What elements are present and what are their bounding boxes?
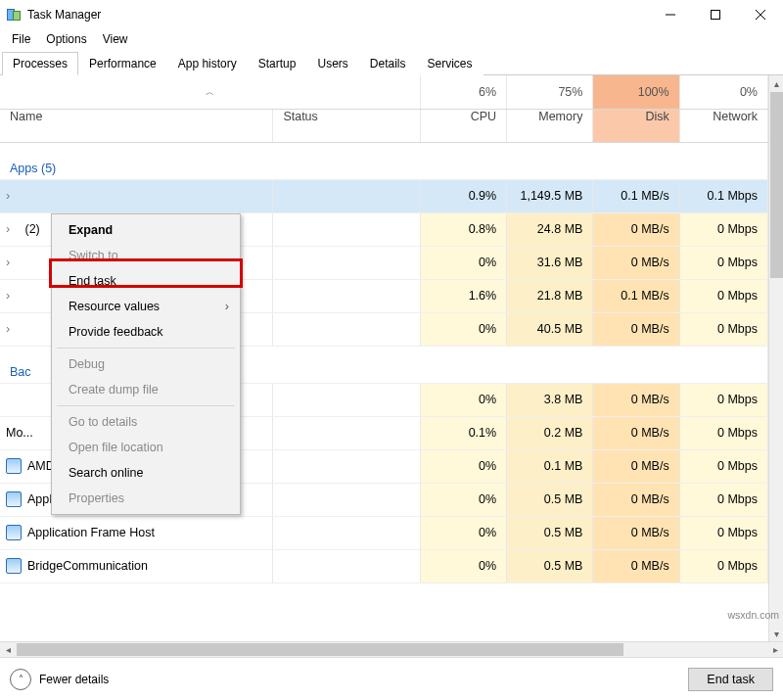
cell-cpu: 0.9% [420, 179, 506, 212]
window-controls [648, 0, 783, 29]
column-name[interactable]: Name [0, 109, 273, 142]
app-icon [6, 491, 22, 507]
chevron-right-icon: › [6, 256, 18, 269]
app-icon [6, 525, 22, 540]
ctx-resource-values[interactable]: Resource values [55, 294, 237, 319]
chevron-right-icon: › [6, 222, 18, 236]
minimize-button[interactable] [648, 0, 693, 29]
footer-bar: ˄ Fewer details End task [0, 657, 783, 700]
fewer-details-link[interactable]: Fewer details [39, 673, 109, 686]
vertical-scrollbar[interactable]: ▴ ▾ [768, 75, 783, 641]
cell-net: 0.1 Mbps [679, 179, 767, 212]
process-name: (2) [22, 222, 40, 236]
tab-users[interactable]: Users [306, 52, 358, 75]
end-task-button[interactable]: End task [688, 668, 773, 691]
process-name: BridgeCommunication [27, 559, 148, 573]
horizontal-scrollbar[interactable]: ◂ ▸ [0, 641, 783, 657]
menu-file[interactable]: File [4, 30, 38, 48]
column-status[interactable]: Status [273, 109, 420, 142]
task-manager-icon [6, 7, 22, 23]
tab-startup[interactable]: Startup [248, 52, 307, 75]
menu-separator [57, 348, 235, 349]
chevron-up-icon[interactable]: ˄ [10, 669, 31, 690]
column-net-pct[interactable]: 0% [679, 75, 767, 109]
ctx-go-details: Go to details [55, 409, 237, 435]
menu-bar: File Options View [0, 29, 783, 49]
tab-performance[interactable]: Performance [78, 52, 167, 75]
process-name: Application Frame Host [27, 526, 155, 539]
ctx-properties: Properties [55, 486, 237, 511]
ctx-open-location: Open file location [55, 435, 237, 460]
column-mem-pct[interactable]: 75% [507, 75, 593, 109]
group-apps[interactable]: Apps (5) [0, 142, 768, 179]
table-row[interactable]: Application Frame Host 0% 0.5 MB 0 MB/s … [0, 516, 768, 549]
ctx-switch-to: Switch to [55, 243, 237, 268]
context-menu: Expand Switch to End task Resource value… [51, 213, 241, 515]
menu-options[interactable]: Options [38, 30, 94, 48]
maximize-button[interactable] [693, 0, 738, 29]
process-name: Mo... [6, 426, 33, 440]
column-cpu-pct[interactable]: 6% [420, 75, 506, 109]
ctx-debug: Debug [55, 351, 237, 377]
chevron-right-icon: › [6, 322, 18, 336]
ctx-create-dump: Create dump file [55, 377, 237, 402]
app-icon [6, 458, 22, 474]
ctx-provide-feedback[interactable]: Provide feedback [55, 319, 237, 345]
menu-view[interactable]: View [95, 30, 136, 48]
svg-rect-1 [712, 11, 720, 20]
tab-details[interactable]: Details [359, 52, 417, 75]
title-bar: Task Manager [0, 0, 783, 29]
scroll-up-icon[interactable]: ▴ [769, 75, 783, 91]
chevron-right-icon: › [6, 189, 18, 203]
column-cpu[interactable]: CPU [420, 109, 506, 142]
close-button[interactable] [738, 0, 783, 29]
app-icon [6, 558, 22, 574]
table-row[interactable]: BridgeCommunication 0% 0.5 MB 0 MB/s 0 M… [0, 549, 768, 583]
column-disk[interactable]: Disk [593, 109, 679, 142]
tab-strip: Processes Performance App history Startu… [0, 51, 783, 75]
column-mem[interactable]: Memory [507, 109, 593, 142]
ctx-expand[interactable]: Expand [55, 217, 237, 243]
ctx-end-task[interactable]: End task [55, 268, 237, 294]
column-disk-pct[interactable]: 100% [593, 75, 679, 109]
tab-processes[interactable]: Processes [2, 52, 78, 75]
menu-separator [57, 405, 235, 406]
ctx-search-online[interactable]: Search online [55, 460, 237, 486]
tab-services[interactable]: Services [417, 52, 484, 75]
column-sort-indicator[interactable]: ︿ [0, 75, 420, 109]
scroll-thumb[interactable] [770, 92, 783, 278]
scroll-thumb[interactable] [17, 643, 623, 656]
scroll-down-icon[interactable]: ▾ [769, 626, 783, 641]
scroll-left-icon[interactable]: ◂ [0, 644, 16, 655]
tab-app-history[interactable]: App history [167, 52, 248, 75]
watermark-text: wsxdn.com [727, 609, 779, 621]
scroll-right-icon[interactable]: ▸ [767, 644, 783, 655]
cell-mem: 1,149.5 MB [507, 179, 593, 212]
window-title: Task Manager [27, 8, 101, 22]
chevron-right-icon: › [6, 289, 18, 303]
column-net[interactable]: Network [679, 109, 767, 142]
table-row[interactable]: › 0.9% 1,149.5 MB 0.1 MB/s 0.1 Mbps [0, 179, 768, 212]
cell-disk: 0.1 MB/s [593, 179, 679, 212]
